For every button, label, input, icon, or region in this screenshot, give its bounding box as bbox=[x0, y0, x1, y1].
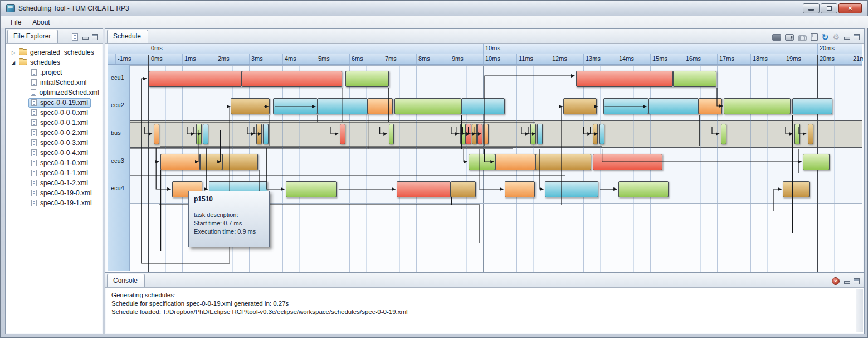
tooltip-task-name: p1510 bbox=[194, 195, 264, 203]
bus-message[interactable] bbox=[593, 124, 598, 144]
task-bar[interactable] bbox=[593, 154, 662, 170]
bus-message[interactable] bbox=[460, 124, 466, 144]
task-bar[interactable] bbox=[200, 154, 222, 170]
task-bar[interactable] bbox=[222, 154, 258, 170]
console-scrollbar[interactable] bbox=[856, 289, 863, 332]
bus-message[interactable] bbox=[263, 124, 269, 144]
menu-file[interactable]: File bbox=[6, 17, 26, 27]
task-bar[interactable] bbox=[535, 154, 591, 170]
window-close-button[interactable]: × bbox=[838, 3, 862, 13]
bus-message[interactable] bbox=[196, 124, 202, 144]
task-bar[interactable] bbox=[803, 154, 830, 170]
tab-console[interactable]: Console bbox=[107, 274, 145, 287]
minimize-view-icon[interactable] bbox=[843, 34, 850, 40]
minimize-view-icon[interactable] bbox=[82, 34, 88, 40]
task-bar[interactable] bbox=[451, 181, 476, 197]
bus-message[interactable] bbox=[483, 124, 489, 144]
bus-message[interactable] bbox=[537, 124, 543, 144]
save-icon[interactable] bbox=[811, 33, 818, 41]
maximize-view-icon[interactable] bbox=[854, 34, 860, 40]
task-bar[interactable] bbox=[699, 98, 722, 114]
tree-item-spec0-0-19-0.xml[interactable]: spec0-0-19-0.xml bbox=[6, 188, 102, 198]
clear-console-icon[interactable]: × bbox=[832, 277, 840, 285]
bus-message[interactable] bbox=[256, 124, 262, 144]
tree-item-spec0-0-0-1.xml[interactable]: spec0-0-0-1.xml bbox=[6, 118, 102, 128]
maximize-view-icon[interactable] bbox=[92, 34, 98, 40]
task-bar[interactable] bbox=[783, 181, 810, 197]
tree-item-label: spec0-0-1-0.xml bbox=[40, 159, 88, 167]
axis-tick-label: 0ms bbox=[151, 55, 163, 62]
minimize-view-icon[interactable] bbox=[843, 278, 850, 284]
tree-item-spec-0-0-19.xml[interactable]: spec-0-0-19.xml bbox=[6, 98, 102, 108]
tree-item-spec0-0-0-3.xml[interactable]: spec0-0-0-3.xml bbox=[6, 138, 102, 148]
task-bar[interactable] bbox=[792, 98, 832, 114]
task-bar[interactable] bbox=[618, 181, 669, 197]
task-bar[interactable] bbox=[231, 98, 270, 114]
tree-item-spec0-0-1-0.xml[interactable]: spec0-0-1-0.xml bbox=[6, 158, 102, 168]
tab-file-explorer[interactable]: File Explorer bbox=[7, 30, 58, 43]
task-bar[interactable] bbox=[368, 98, 393, 114]
new-document-icon[interactable] bbox=[72, 33, 78, 41]
task-bar[interactable] bbox=[242, 71, 342, 87]
task-bar[interactable] bbox=[495, 154, 535, 170]
tree-item-schedules[interactable]: ◢schedules bbox=[6, 57, 102, 67]
screenshot-icon[interactable] bbox=[772, 34, 781, 41]
tree-item-.project[interactable]: .project bbox=[6, 67, 102, 78]
window-restore-button[interactable] bbox=[821, 3, 837, 13]
task-bar[interactable] bbox=[469, 154, 495, 170]
tree-item-initialSched.xml[interactable]: initialSched.xml bbox=[6, 78, 102, 88]
task-bar[interactable] bbox=[576, 71, 673, 87]
tree-item-spec0-0-0-4.xml[interactable]: spec0-0-0-4.xml bbox=[6, 148, 102, 158]
bus-message[interactable] bbox=[466, 124, 471, 144]
task-bar[interactable] bbox=[505, 181, 535, 197]
link-icon[interactable] bbox=[798, 35, 807, 40]
task-bar[interactable] bbox=[286, 181, 337, 197]
tree-item-spec0-0-0-0.xml[interactable]: spec0-0-0-0.xml bbox=[6, 108, 102, 118]
bus-message[interactable] bbox=[477, 124, 483, 144]
expand-arrow-icon[interactable]: ▷ bbox=[11, 50, 16, 55]
bus-message[interactable] bbox=[794, 124, 800, 144]
bus-message[interactable] bbox=[203, 124, 208, 144]
refresh-icon[interactable]: ↻ bbox=[822, 33, 829, 41]
tree-item-optimizedSched.xml[interactable]: optimizedSched.xml bbox=[6, 88, 102, 98]
file-explorer-tabbar: File Explorer bbox=[6, 29, 103, 44]
bus-message[interactable] bbox=[472, 124, 477, 144]
task-bar[interactable] bbox=[461, 98, 505, 114]
maximize-view-icon[interactable] bbox=[854, 278, 860, 284]
task-bar[interactable] bbox=[160, 154, 200, 170]
task-bar[interactable] bbox=[603, 98, 648, 114]
task-bar[interactable] bbox=[563, 98, 597, 114]
bus-message[interactable] bbox=[389, 124, 394, 144]
bus-message[interactable] bbox=[599, 124, 605, 144]
task-bar[interactable] bbox=[149, 71, 242, 87]
screenshot-cursor-icon[interactable] bbox=[785, 34, 794, 41]
tree-item-spec0-0-0-2.xml[interactable]: spec0-0-0-2.xml bbox=[6, 128, 102, 138]
menu-about[interactable]: About bbox=[27, 17, 55, 27]
bus-message[interactable] bbox=[721, 124, 726, 144]
settings-icon[interactable]: ⚙ bbox=[832, 33, 840, 41]
tree-item-generated_schedules[interactable]: ▷generated_schedules bbox=[6, 47, 102, 57]
tree-item-spec0-0-1-2.xml[interactable]: spec0-0-1-2.xml bbox=[6, 178, 102, 188]
gridline bbox=[466, 65, 467, 272]
schedule-tabbar: Schedule ↻ ⚙ bbox=[105, 29, 864, 44]
tab-schedule[interactable]: Schedule bbox=[107, 30, 148, 43]
task-bar[interactable] bbox=[724, 98, 791, 114]
task-bar[interactable] bbox=[318, 98, 368, 114]
task-bar[interactable] bbox=[545, 181, 598, 197]
bus-message[interactable] bbox=[808, 124, 813, 144]
tree-item-spec0-0-19-1.xml[interactable]: spec0-0-19-1.xml bbox=[6, 198, 102, 208]
bus-message[interactable] bbox=[340, 124, 345, 144]
window-minimize-button[interactable] bbox=[803, 3, 820, 13]
bus-message[interactable] bbox=[530, 124, 536, 144]
tree-item-spec0-0-1-1.xml[interactable]: spec0-0-1-1.xml bbox=[6, 168, 102, 178]
bus-message[interactable] bbox=[154, 124, 159, 144]
gridline bbox=[734, 65, 734, 272]
task-bar[interactable] bbox=[394, 98, 461, 114]
task-bar[interactable] bbox=[648, 98, 699, 114]
task-bar[interactable] bbox=[273, 98, 318, 114]
task-bar[interactable] bbox=[673, 71, 716, 87]
application-window: Scheduling Tool - TUM CREATE RP3 × File … bbox=[0, 0, 868, 338]
task-bar[interactable] bbox=[345, 71, 389, 87]
task-bar[interactable] bbox=[397, 181, 451, 197]
collapse-arrow-icon[interactable]: ◢ bbox=[11, 60, 16, 65]
